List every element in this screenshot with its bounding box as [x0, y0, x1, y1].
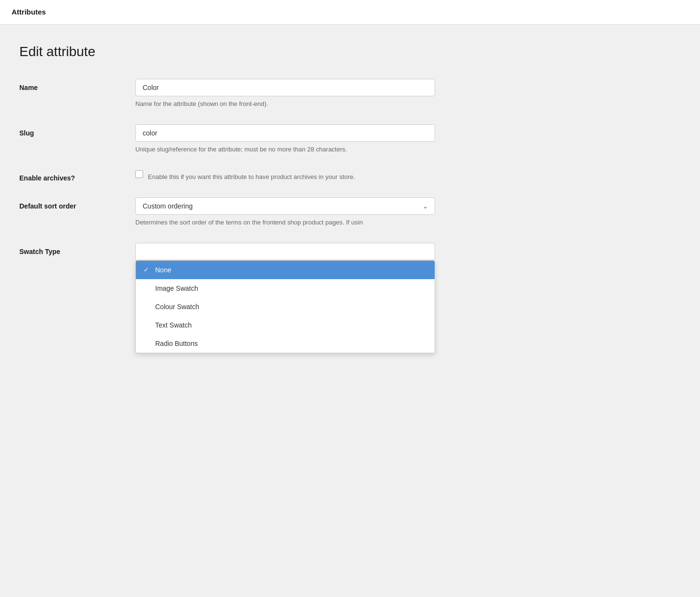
dropdown-item-image-swatch[interactable]: Image Swatch	[136, 279, 435, 298]
dropdown-item-text-swatch[interactable]: Text Swatch	[136, 316, 435, 334]
top-bar: Attributes	[0, 0, 700, 25]
dropdown-item-colour-swatch-label: Colour Swatch	[155, 303, 199, 311]
swatch-type-dropdown: ✓ None Image Swatch Colour Swatch Text S…	[135, 260, 435, 353]
name-field: Name for the attribute (shown on the fro…	[135, 79, 435, 109]
name-help: Name for the attribute (shown on the fro…	[135, 99, 435, 109]
name-row: Name Name for the attribute (shown on th…	[19, 79, 561, 109]
swatch-type-label: Swatch Type	[19, 243, 135, 255]
swatch-type-field: ✓ None Image Swatch Colour Swatch Text S…	[135, 243, 435, 260]
main-content: Edit attribute Name Name for the attribu…	[0, 25, 580, 342]
slug-row: Slug Unique slug/reference for the attri…	[19, 124, 561, 154]
slug-input[interactable]	[135, 124, 435, 142]
sort-order-select-wrapper: Custom ordering Name Name (numeric) Term…	[135, 197, 435, 215]
enable-archives-help: Enable this if you want this attribute t…	[148, 172, 355, 182]
dropdown-item-radio-buttons[interactable]: Radio Buttons	[136, 334, 435, 353]
slug-label: Slug	[19, 124, 135, 137]
default-sort-order-label: Default sort order	[19, 197, 135, 210]
default-sort-order-field: Custom ordering Name Name (numeric) Term…	[135, 197, 435, 227]
dropdown-item-none-label: None	[155, 266, 171, 274]
swatch-type-row: Swatch Type ✓ None Image Swatch Colour S…	[19, 243, 561, 260]
dropdown-item-none[interactable]: ✓ None	[136, 261, 435, 279]
slug-field: Unique slug/reference for the attribute;…	[135, 124, 435, 154]
enable-archives-checkbox[interactable]	[135, 170, 143, 178]
name-label: Name	[19, 79, 135, 91]
default-sort-order-row: Default sort order Custom ordering Name …	[19, 197, 561, 227]
dropdown-item-image-swatch-label: Image Swatch	[155, 284, 198, 292]
slug-help: Unique slug/reference for the attribute;…	[135, 145, 435, 154]
check-mark-icon: ✓	[144, 266, 151, 273]
dropdown-item-colour-swatch[interactable]: Colour Swatch	[136, 298, 435, 316]
dropdown-item-text-swatch-label: Text Swatch	[155, 321, 191, 329]
name-input[interactable]	[135, 79, 435, 96]
swatch-type-input[interactable]	[135, 243, 435, 260]
enable-archives-label: Enable archives?	[19, 169, 135, 182]
page-title: Edit attribute	[19, 44, 561, 60]
dropdown-item-radio-buttons-label: Radio Buttons	[155, 340, 198, 347]
enable-archives-field: Enable this if you want this attribute t…	[135, 169, 435, 182]
sort-order-help: Determines the sort order of the terms o…	[135, 218, 435, 227]
top-bar-title: Attributes	[12, 8, 46, 16]
sort-order-select[interactable]: Custom ordering Name Name (numeric) Term…	[135, 197, 435, 215]
enable-archives-row: Enable archives? Enable this if you want…	[19, 169, 561, 182]
